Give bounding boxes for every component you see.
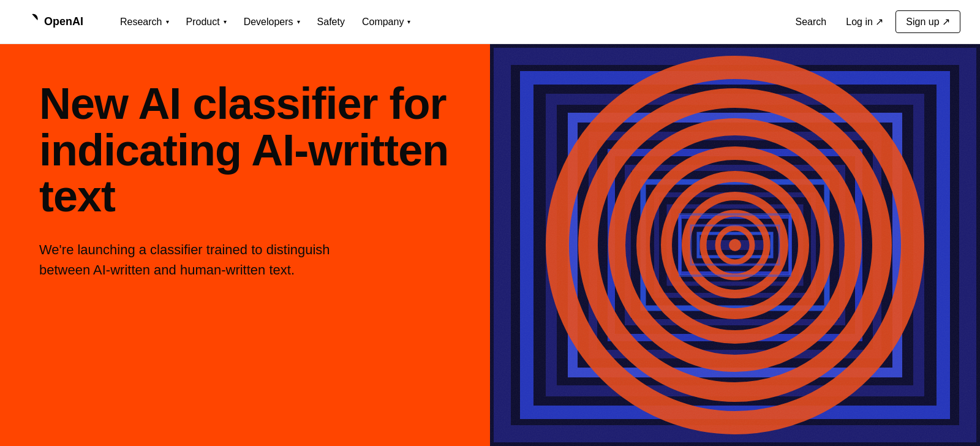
nav-item-research[interactable]: Research ▾ [113, 12, 176, 32]
chevron-down-icon: ▾ [297, 18, 300, 25]
nav-item-safety[interactable]: Safety [310, 12, 352, 32]
hero-artwork [490, 44, 980, 446]
logo-link[interactable]: OpenAI [20, 12, 83, 32]
chevron-down-icon: ▾ [166, 18, 169, 25]
hero-art [490, 44, 980, 446]
hero-left: New AI classifier for indicating AI-writ… [0, 44, 490, 446]
nav-item-product[interactable]: Product ▾ [179, 12, 234, 32]
login-button[interactable]: Log in ↗ [839, 11, 891, 32]
brand-name: OpenAI [44, 15, 83, 28]
hero-section: New AI classifier for indicating AI-writ… [0, 44, 980, 446]
hero-title: New AI classifier for indicating AI-writ… [39, 81, 451, 220]
nav-item-company[interactable]: Company ▾ [355, 12, 418, 32]
openai-logo-icon [20, 12, 39, 32]
chevron-down-icon: ▾ [224, 18, 227, 25]
hero-subtitle: We're launching a classifier trained to … [39, 240, 358, 280]
nav-links: Research ▾ Product ▾ Developers ▾ Safety… [113, 12, 788, 32]
signup-button[interactable]: Sign up ↗ [895, 10, 960, 33]
navbar: OpenAI Research ▾ Product ▾ Developers ▾… [0, 0, 980, 44]
nav-right: Search Log in ↗ Sign up ↗ [788, 10, 960, 33]
svg-rect-26 [490, 44, 980, 446]
search-button[interactable]: Search [788, 12, 834, 32]
chevron-down-icon: ▾ [407, 18, 410, 25]
art-container [490, 44, 980, 446]
nav-item-developers[interactable]: Developers ▾ [236, 12, 307, 32]
